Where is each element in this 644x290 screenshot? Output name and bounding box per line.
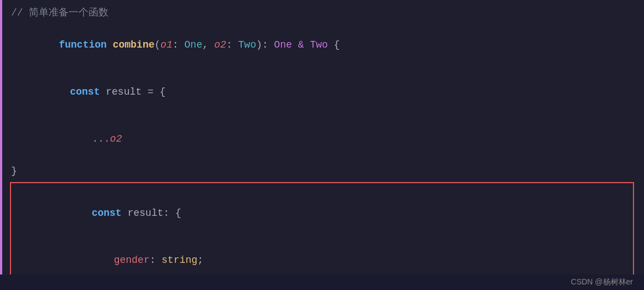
param1-type: One xyxy=(184,39,202,50)
keyword-const: const xyxy=(70,86,106,97)
spread-var: o2 xyxy=(110,133,122,144)
editor-container: // 简单准备一个函数 function combine(o1: One, o2… xyxy=(0,0,644,290)
code-area: // 简单准备一个函数 function combine(o1: One, o2… xyxy=(0,0,644,290)
watermark-text: CSDN @杨树林er xyxy=(571,277,633,287)
error-code-line1: const result: { xyxy=(20,190,624,237)
code-line-comment: // 简单准备一个函数 xyxy=(0,4,644,22)
error-box: const result: { gender: string; classRoo… xyxy=(10,182,634,290)
bottom-bar: CSDN @杨树林er xyxy=(0,275,644,290)
code-line-func: function combine(o1: One, o2: Two): One … xyxy=(0,22,644,69)
keyword-function: function xyxy=(59,39,112,50)
param1-name: o1 xyxy=(160,39,173,50)
code-line-close-brace: } xyxy=(0,163,644,180)
err-keyword-const: const xyxy=(92,208,128,219)
return-type: One & Two xyxy=(274,39,328,50)
code-line-const: const result = { xyxy=(0,69,644,116)
param2-name: o2 xyxy=(214,39,226,50)
prop-gender: gender xyxy=(114,255,150,266)
code-line-spread: ...o2 xyxy=(0,116,644,163)
spread-operator: ... xyxy=(92,133,110,144)
type-string: string xyxy=(162,255,198,266)
comment-text: // 简单准备一个函数 xyxy=(11,6,108,20)
param2-type: Two xyxy=(238,39,256,50)
close-brace: } xyxy=(11,164,17,179)
func-name: combine xyxy=(113,39,155,50)
var-result: result xyxy=(106,86,142,97)
